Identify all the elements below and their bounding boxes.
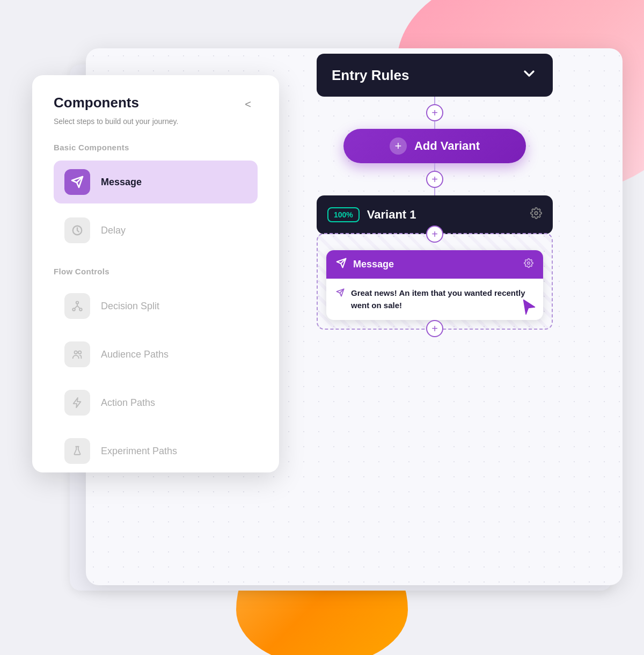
component-item-message[interactable]: Message bbox=[54, 161, 258, 203]
panel-title: Components bbox=[54, 94, 139, 111]
drop-zone[interactable]: + Message bbox=[317, 233, 553, 330]
component-item-experiment-paths[interactable]: Experiment Paths bbox=[54, 430, 258, 472]
decision-split-label: Decision Split bbox=[101, 301, 159, 312]
entry-rules-label: Entry Rules bbox=[332, 67, 409, 84]
svg-point-7 bbox=[528, 262, 530, 265]
action-paths-icon bbox=[64, 390, 90, 416]
message-send-icon bbox=[336, 258, 347, 271]
audience-paths-icon bbox=[64, 341, 90, 367]
variant-1-name: Variant 1 bbox=[367, 208, 523, 222]
bolt-icon bbox=[71, 397, 83, 409]
plus-button-4[interactable]: + bbox=[426, 320, 443, 337]
message-component-label: Message bbox=[101, 177, 142, 188]
message-component-icon bbox=[64, 169, 90, 195]
component-item-delay[interactable]: Delay bbox=[54, 209, 258, 252]
audience-paths-label: Audience Paths bbox=[101, 349, 169, 360]
cursor-icon bbox=[519, 297, 539, 319]
entry-rules-block[interactable]: Entry Rules bbox=[317, 54, 553, 97]
svg-point-5 bbox=[78, 351, 82, 354]
panel-close-button[interactable]: < bbox=[238, 94, 258, 114]
people-icon bbox=[71, 348, 83, 360]
connector-line-1b bbox=[434, 121, 435, 129]
svg-point-4 bbox=[75, 351, 78, 354]
add-variant-label: Add Variant bbox=[414, 139, 480, 153]
add-variant-button[interactable]: + Add Variant bbox=[343, 129, 526, 163]
add-variant-plus-icon: + bbox=[390, 137, 407, 155]
plus-button-2[interactable]: + bbox=[426, 171, 443, 188]
connector-1: + bbox=[426, 97, 443, 129]
flask-icon bbox=[71, 445, 83, 457]
variant-percent-badge: 100% bbox=[327, 207, 360, 222]
message-card[interactable]: Message Great news! An item that you bbox=[326, 250, 543, 320]
plus-button-1[interactable]: + bbox=[426, 104, 443, 121]
section-label-flow: Flow Controls bbox=[54, 267, 258, 276]
svg-point-6 bbox=[535, 212, 538, 215]
components-panel: Components < Select steps to build out y… bbox=[32, 75, 279, 472]
clock-icon bbox=[71, 224, 83, 236]
panel-subtitle: Select steps to build out your journey. bbox=[54, 117, 258, 126]
message-card-header: Message bbox=[326, 250, 543, 279]
message-card-header-label: Message bbox=[353, 259, 394, 270]
message-body-send-icon bbox=[336, 288, 345, 299]
component-item-audience-paths[interactable]: Audience Paths bbox=[54, 333, 258, 376]
decision-split-icon bbox=[64, 293, 90, 319]
section-label-basic: Basic Components bbox=[54, 143, 258, 152]
message-card-body-text: Great news! An item that you wanted rece… bbox=[351, 287, 533, 311]
send-icon bbox=[71, 176, 84, 188]
entry-rules-chevron[interactable] bbox=[521, 65, 538, 85]
action-paths-label: Action Paths bbox=[101, 397, 155, 409]
flow-canvas: Entry Rules + + Add Variant + 100% Varia… bbox=[268, 54, 601, 330]
connector-2: + bbox=[426, 163, 443, 195]
message-card-body: Great news! An item that you wanted rece… bbox=[326, 279, 543, 320]
plus-button-3[interactable]: + bbox=[426, 225, 443, 243]
component-item-action-paths[interactable]: Action Paths bbox=[54, 381, 258, 424]
delay-component-icon bbox=[64, 217, 90, 243]
connector-line-1 bbox=[434, 97, 435, 104]
message-card-settings-icon[interactable] bbox=[524, 258, 533, 271]
experiment-paths-label: Experiment Paths bbox=[101, 446, 177, 457]
delay-component-label: Delay bbox=[101, 225, 126, 236]
message-header-left: Message bbox=[336, 258, 394, 271]
component-item-decision-split[interactable]: Decision Split bbox=[54, 285, 258, 328]
connector-line-2b bbox=[434, 188, 435, 195]
split-icon bbox=[71, 300, 83, 312]
variant-settings-icon[interactable] bbox=[530, 207, 542, 222]
experiment-paths-icon bbox=[64, 438, 90, 464]
connector-line-2 bbox=[434, 163, 435, 171]
